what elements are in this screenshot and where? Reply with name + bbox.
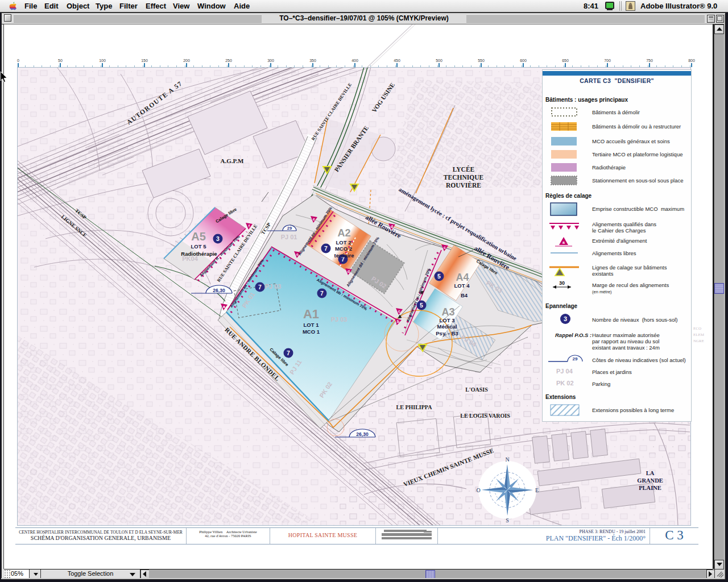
svg-text:TECHNIQUE: TECHNIQUE xyxy=(444,174,484,181)
svg-text:LOT 1: LOT 1 xyxy=(304,322,320,328)
svg-text:a: a xyxy=(562,240,565,244)
svg-text:A1: A1 xyxy=(303,307,319,321)
svg-text:PLAINE: PLAINE xyxy=(639,485,661,491)
svg-text:7: 7 xyxy=(287,350,290,356)
svg-text:d: d xyxy=(348,269,350,273)
svg-text:PJ 01: PJ 01 xyxy=(281,234,297,240)
svg-text:MCO 2: MCO 2 xyxy=(335,246,352,252)
svg-text:a: a xyxy=(223,305,225,309)
svg-text:B4: B4 xyxy=(461,292,468,298)
svg-text:29: 29 xyxy=(573,356,578,361)
svg-text:PK04: PK04 xyxy=(182,255,198,262)
svg-text:7: 7 xyxy=(258,284,262,290)
svg-text:29: 29 xyxy=(287,226,292,231)
svg-text:26,30: 26,30 xyxy=(213,288,225,293)
svg-text:LE PHILIPPA: LE PHILIPPA xyxy=(396,404,433,410)
svg-text:GRANDE: GRANDE xyxy=(637,477,663,484)
svg-text:PJ 03: PJ 03 xyxy=(331,316,348,323)
svg-text:A2: A2 xyxy=(337,227,350,239)
svg-text:7: 7 xyxy=(320,290,324,297)
svg-text:S: S xyxy=(506,517,509,523)
svg-text:A.G.P.M: A.G.P.M xyxy=(221,157,244,164)
svg-text:E: E xyxy=(535,487,539,493)
svg-text:LE LOGIS VAROIS: LE LOGIS VAROIS xyxy=(460,413,510,419)
svg-text:LA: LA xyxy=(646,470,655,476)
svg-text:Médical: Médical xyxy=(437,323,457,330)
svg-text:LOT 5: LOT 5 xyxy=(191,243,207,250)
svg-text:A4: A4 xyxy=(456,272,469,283)
svg-text:c: c xyxy=(398,309,400,313)
svg-text:L'OASIS: L'OASIS xyxy=(465,386,488,393)
svg-text:Psy. - B3: Psy. - B3 xyxy=(436,330,458,336)
svg-text:LOT 4: LOT 4 xyxy=(454,282,470,289)
svg-text:5: 5 xyxy=(420,302,423,309)
svg-text:LOT 2: LOT 2 xyxy=(336,239,351,246)
svg-text:MCO 1: MCO 1 xyxy=(303,329,320,335)
svg-text:PJ 03: PJ 03 xyxy=(265,283,282,290)
svg-text:30: 30 xyxy=(559,280,565,286)
svg-text:7: 7 xyxy=(324,245,328,252)
svg-text:ROUVIÈRE: ROUVIÈRE xyxy=(446,181,481,189)
svg-text:A5: A5 xyxy=(191,230,206,243)
svg-text:tertiaire: tertiaire xyxy=(334,252,354,259)
svg-text:e: e xyxy=(313,217,315,221)
svg-text:5: 5 xyxy=(437,273,441,280)
svg-text:b: b xyxy=(397,319,399,323)
svg-text:26,30: 26,30 xyxy=(356,431,369,437)
svg-text:LYCÉE: LYCÉE xyxy=(453,165,475,173)
svg-text:N: N xyxy=(505,456,509,463)
svg-text:LOT 3: LOT 3 xyxy=(440,317,455,323)
svg-text:3: 3 xyxy=(564,315,567,322)
svg-text:c: c xyxy=(444,246,446,250)
svg-text:O: O xyxy=(476,487,480,493)
svg-text:3: 3 xyxy=(216,235,220,242)
svg-text:A3: A3 xyxy=(441,306,454,318)
